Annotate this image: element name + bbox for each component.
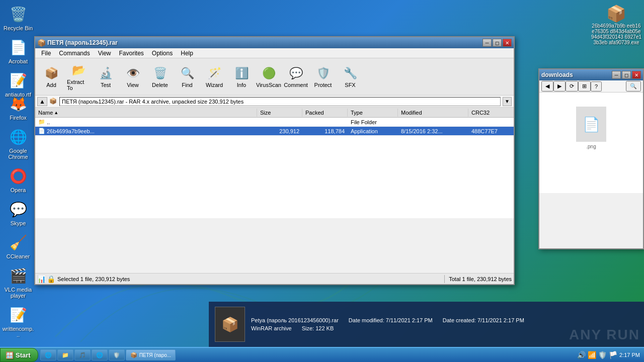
- downloads-nav-forward[interactable]: ▶: [553, 81, 566, 92]
- winrar-toolbar: 📦 Add 📂 Extract To 🔬 Test 👁️ View 🗑️ Del…: [35, 58, 514, 96]
- exe-file-icon[interactable]: 📦 26b4699a7b9b eeb16e76305 d843d4ab05e 9…: [590, 2, 643, 47]
- address-input[interactable]: [59, 97, 501, 106]
- folder-icon: 📁: [38, 119, 45, 125]
- firefox-label: Firefox: [10, 115, 27, 121]
- preview-bar: 📦 Petya (пароль 2016123456000).rar Date …: [209, 302, 644, 347]
- preview-date-created: Date created: 7/11/2021 2:17 PM: [443, 317, 524, 323]
- menu-favorites[interactable]: Favorites: [115, 49, 148, 58]
- start-label: Start: [16, 351, 31, 359]
- info-button[interactable]: ℹ️ Info: [228, 63, 255, 90]
- preview-type: WinRAR archive: [251, 325, 292, 331]
- tray-speaker-icon[interactable]: 🔊: [577, 351, 586, 359]
- delete-label: Delete: [152, 82, 168, 88]
- view-label: View: [127, 82, 139, 88]
- virusscan-button[interactable]: 🟢 VirusScan: [256, 63, 282, 90]
- address-dropdown-button[interactable]: ▼: [503, 97, 512, 106]
- downloads-titlebar: downloads ─ ◻ ✕: [539, 69, 643, 80]
- wizard-label: Wizard: [206, 82, 223, 88]
- winrar-window-controls: ─ ◻ ✕: [482, 39, 512, 47]
- downloads-nav-back[interactable]: ◀: [541, 81, 553, 92]
- status-total: Total 1 file, 230,912 bytes: [449, 276, 512, 282]
- winrar-task-label: ПЕТЯ (паро...: [139, 352, 172, 358]
- desktop: 🗑️ Recycle Bin 📄 Acrobat 📝 antiauto.rtf …: [0, 0, 644, 362]
- downloads-search[interactable]: 🔍: [626, 81, 641, 92]
- menu-commands[interactable]: Commands: [55, 49, 94, 58]
- winrar-menubar: File Commands View Favorites Options Hel…: [35, 48, 514, 58]
- downloads-close[interactable]: ✕: [632, 71, 641, 79]
- tray-security-icon[interactable]: 🛡️: [598, 351, 607, 359]
- watermark: ANY RUN: [569, 327, 640, 343]
- sfx-button[interactable]: 🔧 SFX: [337, 63, 363, 90]
- taskbar-ie[interactable]: 🌐: [40, 349, 56, 360]
- extract-to-button[interactable]: 📂 Extract To: [65, 60, 92, 93]
- view-button[interactable]: 👁️ View: [120, 63, 146, 90]
- winrar-task-icon: 📦: [130, 352, 137, 358]
- archive-icon: 📦: [49, 98, 57, 106]
- skype-icon[interactable]: 💬 Skype: [1, 197, 35, 228]
- downloads-restore[interactable]: ◻: [622, 71, 631, 79]
- tray-flag-icon[interactable]: 🏳️: [609, 351, 617, 359]
- add-label: Add: [46, 82, 56, 88]
- downloads-views[interactable]: ⊞: [578, 81, 591, 92]
- menu-file[interactable]: File: [37, 49, 55, 58]
- skype-label: Skype: [11, 220, 26, 226]
- downloads-window: downloads ─ ◻ ✕ ◀ ▶ ⟳ ⊞ ? 🔍 📄 .png: [538, 68, 644, 249]
- comment-button[interactable]: 💬 Comment: [283, 63, 309, 90]
- antivirus-icon: 🛡️: [113, 352, 120, 358]
- taskbar-antivirus[interactable]: 🛡️: [109, 349, 125, 360]
- col-modified[interactable]: Modified: [398, 109, 468, 117]
- table-row[interactable]: 📁 .. File Folder: [35, 118, 514, 127]
- winrar-title-icon: 📦: [37, 39, 45, 47]
- minimize-button[interactable]: ─: [482, 39, 492, 47]
- file-name-cell: 📄 26b4699a7b9eeb...: [35, 127, 257, 135]
- nav-up-button[interactable]: ▲: [37, 97, 47, 106]
- test-button[interactable]: 🔬 Test: [93, 63, 119, 90]
- start-icon: 🪟: [6, 351, 14, 359]
- wizard-button[interactable]: 🪄 Wizard: [201, 63, 227, 90]
- taskbar-winrar[interactable]: 📦 ПЕТЯ (паро...: [126, 349, 176, 360]
- menu-view[interactable]: View: [94, 49, 115, 58]
- taskbar-tasks: 🌐 📁 🎵 🌐 🛡️ 📦 ПЕТЯ (паро...: [38, 349, 573, 360]
- media-icon: 🎵: [79, 352, 86, 358]
- taskbar-chrome[interactable]: 🌐: [92, 349, 108, 360]
- opera-icon[interactable]: ⭕ Opera: [1, 164, 35, 195]
- menu-options[interactable]: Options: [148, 49, 177, 58]
- explorer-icon: 📁: [62, 352, 69, 358]
- acrobat-icon[interactable]: 📄 Acrobat: [1, 35, 35, 66]
- start-button[interactable]: 🪟 Start: [0, 348, 38, 362]
- menu-help[interactable]: Help: [177, 49, 197, 58]
- col-crc32[interactable]: CRC32: [468, 109, 514, 117]
- info-label: Info: [237, 82, 246, 88]
- close-button[interactable]: ✕: [503, 39, 512, 47]
- col-name[interactable]: Name ▲: [35, 109, 257, 117]
- google-chrome-icon[interactable]: 🌐 Google Chrome: [1, 125, 35, 162]
- preview-thumb-icon: 📦: [221, 316, 239, 333]
- winrar-titlebar: 📦 ПЕТЯ (пароль12345).rar ─ ◻ ✕: [35, 37, 514, 48]
- col-packed[interactable]: Packed: [302, 109, 348, 117]
- file-list-content: 📁 .. File Folder 📄 26b4699a7b9eeb... 2: [35, 118, 514, 218]
- add-button[interactable]: 📦 Add: [38, 63, 64, 90]
- comment-label: Comment: [284, 82, 308, 88]
- status-divider: [444, 275, 445, 283]
- find-button[interactable]: 🔍 Find: [174, 63, 200, 90]
- col-size[interactable]: Size: [257, 109, 302, 117]
- downloads-toolbar: ◀ ▶ ⟳ ⊞ ? 🔍: [539, 80, 643, 93]
- delete-button[interactable]: 🗑️ Delete: [147, 63, 173, 90]
- preview-filename: Petya (пароль 2016123456000).rar: [251, 317, 339, 323]
- firefox-icon[interactable]: 🦊 Firefox: [1, 92, 35, 123]
- downloads-filename: .png: [543, 144, 639, 149]
- test-label: Test: [101, 82, 111, 88]
- restore-button[interactable]: ◻: [493, 39, 502, 47]
- taskbar-explorer[interactable]: 📁: [57, 349, 73, 360]
- col-type[interactable]: Type: [348, 109, 398, 117]
- downloads-refresh[interactable]: ⟳: [566, 81, 578, 92]
- downloads-help[interactable]: ?: [591, 81, 602, 92]
- recycle-bin-icon[interactable]: 🗑️ Recycle Bin: [1, 2, 35, 33]
- tray-network-icon[interactable]: 📶: [588, 351, 596, 359]
- taskbar-media[interactable]: 🎵: [74, 349, 91, 360]
- table-row[interactable]: 📄 26b4699a7b9eeb... 230,912 118,784 Appl…: [35, 127, 514, 136]
- protect-button[interactable]: 🛡️ Protect: [310, 63, 336, 90]
- downloads-minimize[interactable]: ─: [612, 71, 621, 79]
- desktop-icons-right: 📦 26b4699a7b9b eeb16e76305 d843d4ab05e 9…: [589, 0, 644, 49]
- taskbar-tray: 🔊 📶 🛡️ 🏳️ 2:17 PM: [573, 351, 644, 359]
